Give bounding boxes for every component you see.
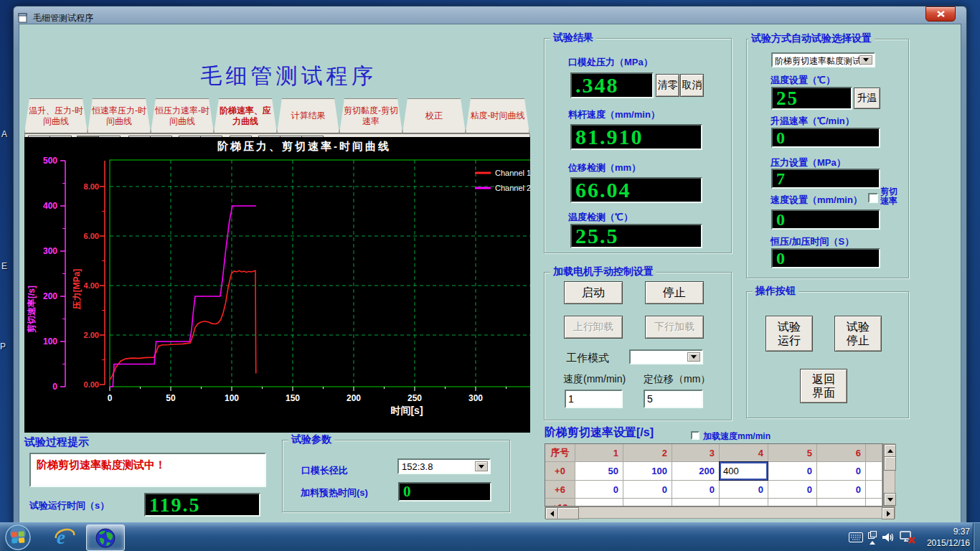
table-hscrollbar[interactable] [545,507,895,519]
tab-temp-pressure-time[interactable]: 温升、压力-时间曲线 [24,98,88,133]
preheat-display: 0 [398,482,491,501]
tray-keyboard-icon[interactable] [848,530,864,545]
col-header: 4 [720,444,768,462]
table-cell[interactable]: 0 [623,481,672,499]
run-test-button[interactable]: 试验运行 [765,316,813,352]
manual-speed-input[interactable] [565,390,623,408]
start-button[interactable]: 启动 [564,281,623,304]
die-pressure-display: .348 [570,72,654,98]
table-cell[interactable]: 200 [672,462,720,481]
tab-shear-viscosity-shear-rate[interactable]: 剪切黏度-剪切速率 [339,98,402,133]
svg-text:100: 100 [225,393,239,403]
table-cell[interactable]: 0 [672,481,720,499]
col-header: 6 [817,444,866,462]
heat-rate-label: 升温速率（℃/min） [771,115,854,128]
svg-text:500: 500 [43,156,57,166]
tab-const-pressure-rate-time[interactable]: 恒压力速率-时间曲线 [151,98,214,133]
taskbar-app-button-active[interactable] [86,524,125,551]
col-header: 1 [575,444,623,462]
test-mode-select[interactable]: 阶梯剪切速率黏度测试 [771,52,875,67]
motor-control-group: 加载电机手动控制设置 启动 停止 上行卸载 下行加载 工作模式 速度(mm/mi… [544,272,732,420]
start-button[interactable] [4,524,32,551]
return-button[interactable]: 返回界面 [800,369,847,403]
arrow-right-icon [887,511,890,517]
col-header: 2 [623,444,672,462]
table-cell[interactable]: 0 [768,481,817,499]
scroll-down-button[interactable] [884,493,896,506]
work-mode-select[interactable] [629,349,703,364]
window-icon [18,13,28,23]
manual-speed-label: 速度(mm/min) [563,373,626,386]
table-cell[interactable]: 0 [575,481,623,499]
test-mode-dropdown-button[interactable] [859,55,872,65]
scroll-right-button[interactable] [882,507,895,519]
down-load-button[interactable]: 下行加载 [645,316,704,339]
tab-step-rate-stress[interactable]: 阶梯速率、应力曲线 [214,98,277,133]
work-mode-dropdown-button[interactable] [687,352,700,362]
clock-time: 9:37 [918,526,970,537]
hscroll-thumb[interactable] [557,507,579,519]
table-cell[interactable]: 0 [817,462,866,481]
tab-calc-results[interactable]: 计算结果 [277,98,339,133]
cell-edit-input[interactable]: 400 [720,462,768,480]
table-cell-editing[interactable]: 400 [720,462,768,481]
scroll-up-button[interactable] [884,444,896,457]
tray-network-icon[interactable] [898,529,917,546]
stop-test-button[interactable]: 试验停止 [834,316,882,352]
tray-show-hidden-icons[interactable] [867,527,878,547]
shear-rate-checkbox[interactable] [868,193,878,203]
globe-app-icon [95,527,116,549]
stop-button[interactable]: 停止 [645,281,704,304]
load-speed-checkbox[interactable] [691,431,699,440]
temperature-display: 25.5 [570,224,702,248]
speed-set-label: 速度设置（mm/min） [771,194,862,207]
svg-text:0.00: 0.00 [84,380,99,389]
load-speed-checkbox-label: 加载速度mm/min [703,430,771,443]
die-ratio-label: 口模长径比 [301,464,348,477]
svg-text:0: 0 [52,382,57,392]
show-desktop-button[interactable] [973,523,980,551]
table-cell[interactable]: 50 [575,462,623,481]
svg-text:时间[s]: 时间[s] [390,405,423,416]
table-cell[interactable]: 0 [817,481,866,499]
table-cell[interactable]: 100 [623,462,672,481]
tab-const-rate-pressure-time[interactable]: 恒速率压力-时间曲线 [88,98,151,133]
operations-group: 操作按钮 试验运行 试验停止 返回界面 [746,291,909,418]
vscroll-thumb[interactable] [884,456,896,471]
test-params-group: 试验参数 口模长径比 152:3.8 加料预热时间(s) 0 [282,440,510,512]
step-table-title: 阶梯剪切速率设置[/s] [545,425,654,441]
chart-panel: 050100150200250300时间[s]0100200300400500剪… [24,137,530,433]
svg-text:300: 300 [43,246,57,256]
temperature-label: 温度检测（℃） [568,211,633,224]
pressure-set-label: 压力设置（MPa） [771,156,846,169]
svg-text:Channel 1: Channel 1 [495,169,530,177]
tray-volume-icon[interactable] [881,530,897,545]
die-ratio-select[interactable]: 152:3.8 [397,458,491,474]
clock-date: 2015/12/16 [918,537,970,549]
table-cell[interactable]: 0 [720,481,768,499]
cancel-button[interactable]: 取消 [680,74,704,97]
hold-time-display: 0 [771,248,880,268]
table-vscrollbar[interactable] [883,443,895,507]
manual-displacement-input[interactable] [644,390,703,408]
heat-button[interactable]: 升温 [854,88,880,109]
zero-button[interactable]: 清零 [656,74,679,97]
tab-calibration[interactable]: 校正 [402,98,466,133]
scroll-left-button[interactable] [545,507,558,519]
temp-set-label: 温度设置（℃） [771,74,835,87]
table-cell[interactable]: 0 [768,462,817,481]
taskbar-clock[interactable]: 9:37 2015/12/16 [918,526,970,549]
up-unload-button[interactable]: 上行卸载 [564,316,623,339]
svg-text:400: 400 [43,201,57,211]
die-pressure-label: 口模处压力（MPa） [568,56,653,69]
tab-viscosity-time[interactable]: 粘度-时间曲线 [466,98,529,133]
taskbar-ie-button[interactable]: e [52,526,77,549]
svg-text:250: 250 [407,393,422,403]
die-ratio-dropdown-button[interactable] [475,461,488,471]
close-button[interactable] [925,6,956,22]
step-pressure-shear-chart: 050100150200250300时间[s]0100200300400500剪… [24,137,530,433]
shear-rate-checkbox-label: 剪切速率 [880,187,900,206]
desktop-icon-label-fragment: A [1,129,7,139]
heat-rate-display: 0 [771,128,880,148]
svg-text:200: 200 [43,291,57,301]
